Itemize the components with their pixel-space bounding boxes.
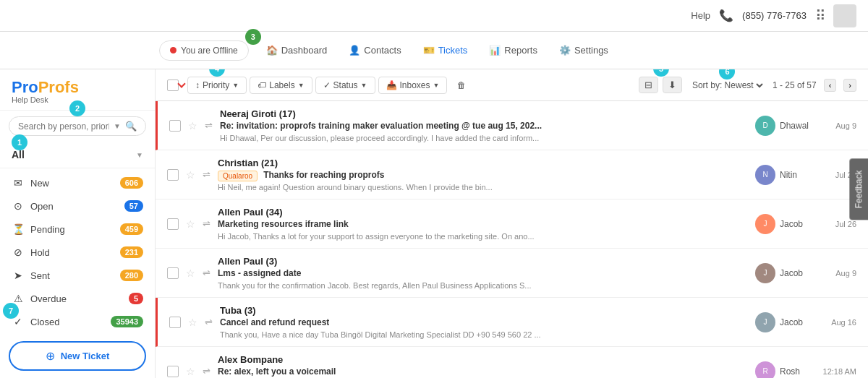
next-page-button[interactable]: ›	[843, 79, 856, 92]
sidebar: ProProfs Help Desk 2 ▼ 🔍 1 All ▼	[0, 69, 156, 378]
ticket-preview: Thank you, Have a nice day Tuba Bingöl D…	[220, 330, 748, 339]
tickets-icon: 🎫	[423, 45, 435, 56]
new-icon: ✉	[12, 177, 25, 189]
sidebar-item-closed[interactable]: 7 ✓ Closed 35943	[0, 310, 155, 333]
sidebar-item-pending[interactable]: ⏳ Pending 459	[0, 218, 155, 241]
delete-button[interactable]: 🗑	[450, 77, 473, 93]
star-icon[interactable]: ☆	[186, 169, 195, 181]
ticket-checkbox[interactable]	[169, 317, 181, 328]
star-icon[interactable]: ☆	[186, 218, 195, 230]
ticket-subject: Thanks for reaching proprofs	[263, 170, 384, 180]
download-button[interactable]: ⬇	[663, 77, 682, 93]
pending-icon: ⏳	[12, 223, 25, 235]
sidebar-item-new[interactable]: ✉ New 606	[0, 171, 155, 194]
help-link[interactable]: Help	[691, 10, 710, 21]
closed-badge: 35943	[111, 316, 143, 327]
ticket-row[interactable]: ☆ ⇌ Tuba (3) Cancel and refund request T…	[156, 298, 868, 347]
ticket-info: Tuba (3) Cancel and refund request Thank…	[220, 305, 748, 339]
inboxes-button[interactable]: 📥 Inboxes ▼	[378, 77, 448, 94]
assignee-name: Jacob	[780, 317, 803, 327]
ticket-row[interactable]: ☆ ⇌ Christian (21) Qualaroo Thanks for r…	[156, 150, 868, 199]
ticket-subject: Cancel and refund request	[220, 317, 329, 327]
ticket-assignee: J Jacob	[755, 312, 813, 332]
offline-status[interactable]: You are Offline	[159, 40, 249, 61]
prev-page-button[interactable]: ‹	[824, 79, 837, 92]
step2-badge: 2	[69, 100, 85, 116]
sidebar-item-hold[interactable]: ⊘ Hold 231	[0, 241, 155, 264]
nav-contacts[interactable]: 👤 Contacts	[340, 39, 409, 61]
assignee-name: Nitin	[780, 170, 797, 180]
ticket-date: Aug 9	[820, 269, 856, 278]
contacts-icon: 👤	[349, 45, 360, 56]
assignee-avatar: N	[755, 165, 775, 185]
chevron-down-icon[interactable]: ▼	[136, 151, 143, 159]
ticket-date: Jul 26	[820, 220, 856, 228]
ticket-checkbox[interactable]	[167, 169, 179, 181]
ticket-checkbox[interactable]	[167, 267, 179, 279]
ticket-assignee: N Nitin	[755, 165, 813, 185]
assignee-name: Jacob	[780, 219, 803, 229]
overdue-badge: 5	[129, 293, 143, 304]
step1-badge: 1	[12, 134, 27, 150]
ticket-sender: Neeraj Giroti (17)	[220, 108, 748, 119]
nav-dashboard[interactable]: 🏠 Dashboard	[258, 39, 336, 61]
nav-reports[interactable]: 📊 Reports	[480, 39, 546, 61]
search-input[interactable]	[18, 121, 109, 132]
ticket-preview: Thank you for the confirmation Jacob. Be…	[218, 281, 748, 290]
search-dropdown-arrow[interactable]: ▼	[114, 122, 121, 130]
star-icon[interactable]: ☆	[186, 366, 195, 377]
ticket-date: Aug 9	[820, 121, 856, 130]
feedback-button[interactable]: Feedback	[850, 158, 868, 220]
status-button[interactable]: ✓ Status ▼	[315, 77, 375, 94]
filter-icon-button[interactable]: ⊟	[639, 77, 658, 93]
forward-icon: ⇌	[203, 267, 210, 278]
ticket-row[interactable]: ☆ ⇌ Allen Paul (3) Lms - assigned date T…	[156, 249, 868, 298]
priority-button[interactable]: ↕ Priority ▼	[187, 77, 247, 94]
sidebar-hold-label: Hold	[30, 247, 50, 258]
ticket-info: Christian (21) Qualaroo Thanks for reach…	[218, 158, 748, 192]
star-icon[interactable]: ☆	[188, 120, 197, 132]
ticket-row[interactable]: ☆ ⇌ Neeraj Giroti (17) Re: invitation: p…	[156, 101, 868, 150]
search-icon[interactable]: 🔍	[125, 121, 137, 132]
labels-button[interactable]: 🏷 Labels ▼	[250, 77, 312, 94]
ticket-info: Alex Bompane Re: alex, left you a voicem…	[218, 354, 748, 378]
dashboard-icon: 🏠	[266, 45, 278, 56]
search-input-wrap[interactable]: ▼ 🔍	[9, 116, 146, 136]
ticket-checkbox[interactable]	[167, 218, 179, 230]
sent-icon: ➤	[12, 270, 25, 281]
star-icon[interactable]: ☆	[188, 317, 197, 328]
ticket-info: Allen Paul (3) Lms - assigned date Thank…	[218, 256, 748, 290]
select-all-checkbox[interactable]	[167, 80, 179, 91]
ticket-checkbox[interactable]	[167, 366, 179, 377]
sort-select[interactable]: Sort by: Newest	[689, 80, 765, 91]
new-ticket-button[interactable]: ⊕ New Ticket	[9, 341, 146, 371]
offline-label: You are Offline	[181, 46, 238, 56]
ticket-row[interactable]: ☆ ⇌ Alex Bompane Re: alex, left you a vo…	[156, 347, 868, 378]
sidebar-item-sent[interactable]: ➤ Sent 280	[0, 264, 155, 287]
ticket-row[interactable]: ☆ ⇌ Allen Paul (34) Marketing resources …	[156, 199, 868, 249]
sidebar-item-overdue[interactable]: ⚠ Overdue 5	[0, 287, 155, 310]
sidebar-item-open[interactable]: ⊙ Open 57	[0, 194, 155, 218]
avatar[interactable]	[833, 4, 856, 27]
nav-tickets[interactable]: 🎫 Tickets	[414, 39, 477, 61]
assignee-avatar: D	[755, 116, 775, 136]
top-bar-right: Help 📞 (855) 776-7763 ⠿	[691, 4, 856, 27]
toolbar-right: 5 ⊟ ⬇ 6 Sort by: Newest 1	[639, 77, 856, 93]
hold-icon: ⊘	[12, 246, 25, 258]
plus-icon: ⊕	[46, 349, 55, 363]
assignee-avatar: R	[755, 361, 775, 379]
assignee-name: Rosh	[780, 366, 800, 377]
nav-settings[interactable]: ⚙️ Settings	[550, 39, 617, 61]
grid-icon[interactable]: ⠿	[815, 7, 825, 25]
ticket-checkbox[interactable]	[169, 120, 181, 132]
ticket-tag: Qualaroo	[218, 171, 258, 181]
forward-icon: ⇌	[203, 366, 210, 377]
star-icon[interactable]: ☆	[186, 267, 195, 279]
inboxes-arrow: ▼	[433, 82, 440, 89]
hold-badge: 231	[120, 246, 143, 258]
ticket-assignee: R Rosh	[755, 361, 813, 379]
sidebar-pending-label: Pending	[30, 224, 65, 235]
assignee-avatar: J	[755, 312, 775, 332]
assignee-name: Dhawal	[780, 121, 809, 131]
new-ticket-label: New Ticket	[61, 351, 110, 361]
